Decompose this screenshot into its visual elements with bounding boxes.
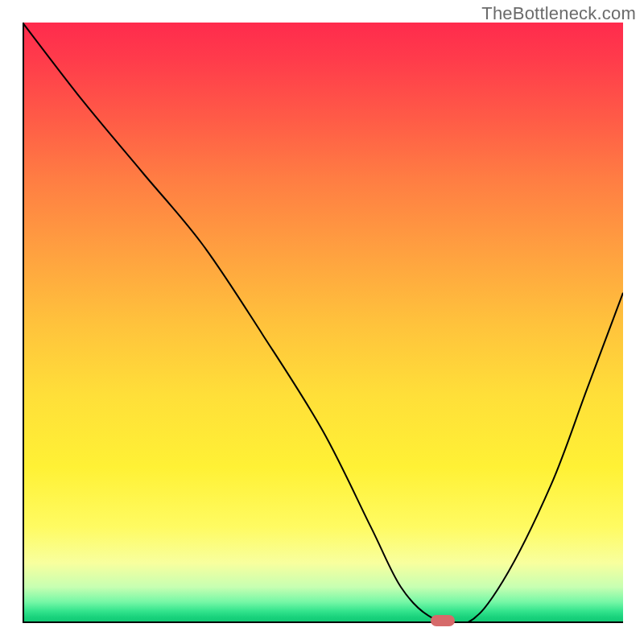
- watermark-text: TheBottleneck.com: [481, 3, 636, 24]
- optimum-marker: [431, 615, 455, 626]
- bottleneck-curve: [23, 23, 623, 623]
- bottleneck-curve-path: [23, 23, 623, 623]
- chart-area: [23, 23, 623, 623]
